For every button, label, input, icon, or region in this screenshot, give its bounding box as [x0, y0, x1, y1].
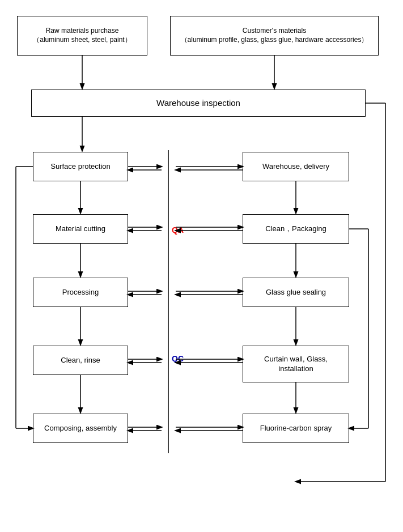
qc-label: QC — [172, 354, 184, 363]
qa-label: QA — [172, 225, 184, 235]
composing-assembly-box: Composing, assembly — [33, 414, 128, 443]
arrows-svg — [0, 0, 403, 532]
clean-rinse-label: Clean, rinse — [61, 356, 100, 365]
clean-packaging-box: Clean，Packaging — [243, 214, 349, 244]
surface-protection-label: Surface protection — [50, 162, 111, 172]
composing-assembly-label: Composing, assembly — [44, 424, 117, 433]
glass-glue-sealing-box: Glass glue sealing — [243, 278, 349, 307]
raw-materials-box: Raw materials purchase （aluminum sheet, … — [17, 16, 147, 56]
curtain-wall-label: Curtain wall, Glass, installation — [264, 355, 328, 374]
glass-glue-sealing-label: Glass glue sealing — [266, 288, 326, 297]
diagram: Raw materials purchase （aluminum sheet, … — [0, 0, 403, 532]
material-cutting-box: Material cutting — [33, 214, 128, 244]
customer-materials-label: Customer's materials （aluminum profile, … — [181, 27, 368, 44]
processing-label: Processing — [62, 288, 99, 297]
clean-packaging-label: Clean，Packaging — [265, 224, 326, 234]
warehouse-inspection-box: Warehouse inspection — [31, 90, 366, 117]
surface-protection-box: Surface protection — [33, 152, 128, 181]
clean-rinse-box: Clean, rinse — [33, 346, 128, 375]
processing-box: Processing — [33, 278, 128, 307]
warehouse-delivery-box: Warehouse, delivery — [243, 152, 349, 181]
warehouse-inspection-label: Warehouse inspection — [156, 97, 240, 109]
warehouse-delivery-label: Warehouse, delivery — [262, 162, 329, 172]
curtain-wall-box: Curtain wall, Glass, installation — [243, 346, 349, 382]
customer-materials-box: Customer's materials （aluminum profile, … — [170, 16, 379, 56]
raw-materials-label: Raw materials purchase （aluminum sheet, … — [33, 27, 131, 44]
fluorine-carbon-box: Fluorine-carbon spray — [243, 414, 349, 443]
fluorine-carbon-label: Fluorine-carbon spray — [260, 424, 332, 433]
material-cutting-label: Material cutting — [56, 224, 105, 234]
